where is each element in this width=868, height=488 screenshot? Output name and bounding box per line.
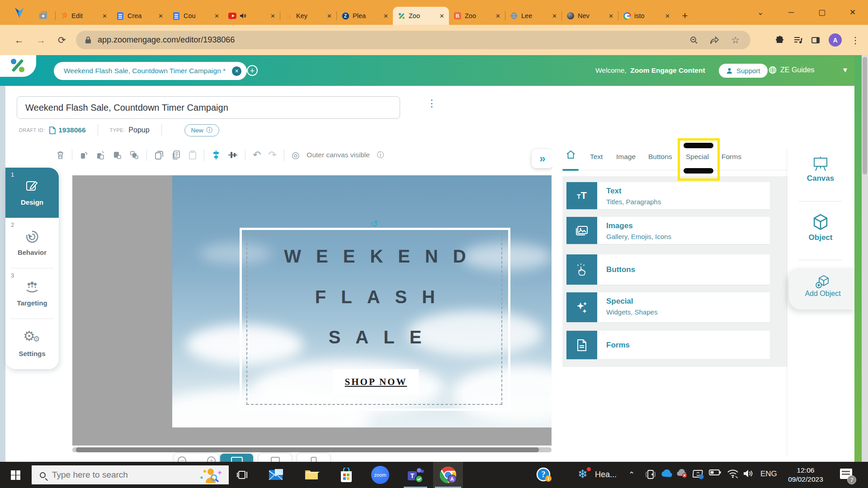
tab-close-icon[interactable]: ✕: [102, 13, 107, 19]
element-item-forms[interactable]: Forms: [566, 331, 770, 359]
popup-headline-line1[interactable]: WEEKEND: [242, 246, 508, 267]
taskbar-clock[interactable]: 12:06 09/02/2023: [787, 466, 825, 484]
battery-icon[interactable]: [709, 469, 721, 476]
device-tablet-button[interactable]: [259, 454, 292, 462]
onedrive-icon[interactable]: [661, 469, 673, 477]
tab-search-chevron-icon[interactable]: ⌄: [745, 8, 776, 17]
extensions-puzzle-icon[interactable]: [775, 36, 784, 45]
undo-icon[interactable]: ↶: [253, 149, 261, 161]
tab-zoomengage-active[interactable]: Zoo ✕: [393, 7, 449, 25]
browser-scrollbar[interactable]: [862, 55, 868, 462]
popup-headline-line3[interactable]: SALE: [242, 327, 508, 347]
forward-icon[interactable]: →: [36, 35, 46, 46]
sync-display-icon[interactable]: [693, 469, 704, 480]
tab-close-icon[interactable]: ✕: [158, 13, 163, 19]
bookmark-star-icon[interactable]: ☆: [731, 35, 740, 46]
info-icon[interactable]: ⓘ: [377, 150, 384, 160]
title-options-icon[interactable]: ⋮: [427, 98, 437, 109]
new-tab-button[interactable]: +: [678, 9, 692, 23]
campaign-tab-close-icon[interactable]: ✕: [232, 66, 241, 76]
reading-list-icon[interactable]: [793, 36, 802, 44]
design-canvas[interactable]: ↺ WEEKEND FLASH SALE SHOP NOW: [72, 175, 552, 446]
sidebar-step-targeting[interactable]: 3 Targeting: [5, 268, 59, 319]
zoom-out-icon[interactable]: −: [178, 456, 186, 462]
address-bar[interactable]: app.zoomengage.com/editor/1938066 ☆: [76, 31, 750, 49]
tab-close-icon[interactable]: ✕: [609, 13, 613, 19]
mail-app-icon[interactable]: [267, 466, 285, 484]
panel-tab-buttons[interactable]: Buttons: [648, 153, 672, 161]
tab-close-icon[interactable]: ✕: [665, 13, 670, 19]
search-highlights-icon[interactable]: [199, 468, 222, 483]
rail-object-button[interactable]: Object: [787, 213, 854, 242]
element-item-buttons[interactable]: Buttons: [566, 254, 770, 285]
tray-app-label[interactable]: Hea...: [595, 470, 617, 479]
outer-canvas-toggle-icon[interactable]: ◎: [292, 150, 299, 160]
duplicate-icon[interactable]: [154, 150, 164, 160]
file-explorer-icon[interactable]: [303, 466, 321, 484]
tab-isto[interactable]: isto ✕: [618, 7, 675, 25]
tab-lee[interactable]: Lee ✕: [505, 7, 561, 25]
start-button[interactable]: [11, 470, 20, 480]
shop-now-button[interactable]: SHOP NOW: [333, 369, 419, 394]
tab-cou[interactable]: Cou ✕: [168, 7, 224, 25]
popup-frame[interactable]: WEEKEND FLASH SALE SHOP NOW: [240, 228, 510, 411]
zoom-in-icon[interactable]: +: [207, 456, 216, 462]
sidebar-step-behavior[interactable]: 2 Behavior: [5, 218, 59, 268]
teams-app-icon[interactable]: T: [406, 466, 425, 484]
tab-audio-icon[interactable]: [240, 13, 246, 19]
paste-icon[interactable]: [189, 150, 197, 160]
side-panel-icon[interactable]: [811, 37, 820, 43]
device-desktop-button[interactable]: [220, 454, 253, 462]
popup-headline-line2[interactable]: FLASH: [242, 287, 508, 307]
tab-plea[interactable]: Z Plea ✕: [337, 7, 393, 25]
scrollbar-thumb[interactable]: [76, 447, 539, 452]
tab-close-icon[interactable]: ✕: [270, 13, 275, 19]
tab-crea[interactable]: Crea ✕: [112, 7, 168, 25]
bring-to-front-icon[interactable]: [112, 150, 122, 160]
redo-icon[interactable]: ↷: [268, 149, 276, 161]
task-view-icon[interactable]: [234, 466, 252, 484]
tab-zoo-blogger[interactable]: B Zoo ✕: [449, 7, 505, 25]
canvas-zoom-control[interactable]: − +: [174, 454, 219, 462]
send-backward-icon[interactable]: [96, 150, 105, 160]
campaign-tab-pill[interactable]: Weekend Flash Sale, Countdown Timer Camp…: [54, 62, 247, 80]
zoomengage-logo-icon[interactable]: [9, 57, 26, 74]
back-icon[interactable]: ←: [14, 35, 24, 46]
tab-edit[interactable]: Edit ✕: [56, 7, 112, 25]
tab-close-icon[interactable]: ✕: [439, 13, 444, 19]
snowflake-tray-icon[interactable]: ❄: [578, 467, 588, 481]
canvas-horizontal-scrollbar[interactable]: [72, 447, 552, 452]
tab-close-icon[interactable]: ✕: [383, 13, 388, 19]
element-item-text[interactable]: TT Text Titles, Paragraphs: [566, 182, 770, 209]
volume-icon[interactable]: [743, 469, 754, 478]
maximize-button[interactable]: ▢: [807, 8, 837, 17]
tab-close-icon[interactable]: ✕: [327, 13, 332, 19]
align-vertical-icon[interactable]: [212, 150, 221, 160]
bring-forward-icon[interactable]: [80, 150, 89, 160]
help-app-icon[interactable]: ?i: [535, 466, 553, 484]
rail-canvas-button[interactable]: Canvas: [787, 156, 854, 183]
browser-avatar[interactable]: A: [829, 33, 842, 47]
header-dropdown-caret-icon[interactable]: ▼: [842, 66, 849, 74]
delete-icon[interactable]: [56, 150, 65, 160]
panel-tab-forms[interactable]: Forms: [722, 153, 741, 161]
zoom-out-icon[interactable]: [690, 36, 698, 44]
campaign-title-input[interactable]: [17, 96, 400, 119]
device-mobile-button[interactable]: [297, 454, 330, 462]
collapse-panel-button[interactable]: »: [532, 149, 553, 168]
taskbar-search[interactable]: [32, 465, 229, 484]
support-button[interactable]: Support: [719, 64, 768, 78]
draft-doc-icon[interactable]: [49, 127, 56, 134]
close-button[interactable]: ✕: [837, 8, 868, 17]
reload-icon[interactable]: ⟳: [58, 35, 66, 46]
tab-nev[interactable]: Nev ✕: [562, 7, 618, 25]
tab-close-icon[interactable]: ✕: [214, 13, 219, 19]
share-icon[interactable]: [710, 36, 719, 44]
chrome-app-icon[interactable]: A: [439, 466, 457, 484]
ze-guides-button[interactable]: ZE Guides: [769, 66, 815, 74]
wifi-icon[interactable]: [727, 469, 739, 478]
tray-expand-chevron-icon[interactable]: ⌃: [628, 470, 635, 479]
tab-key[interactable]: a Key ✕: [280, 7, 336, 25]
element-item-images[interactable]: Images Gallery, Emojis, Icons: [566, 217, 770, 244]
status-badge[interactable]: New ⓘ: [184, 124, 220, 136]
